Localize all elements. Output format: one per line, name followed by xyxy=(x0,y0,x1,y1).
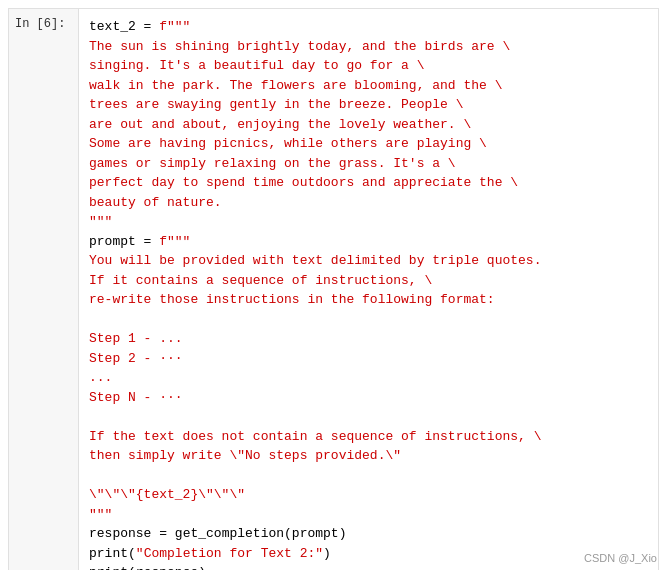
code-line: then simply write \"No steps provided.\" xyxy=(89,446,648,466)
code-line: Step N - ··· xyxy=(89,388,648,408)
code-line: """ xyxy=(89,505,648,525)
code-line: Step 2 - ··· xyxy=(89,349,648,369)
code-line: print(response) xyxy=(89,563,648,570)
code-line: trees are swaying gently in the breeze. … xyxy=(89,95,648,115)
code-line xyxy=(89,407,648,427)
code-line: ... xyxy=(89,368,648,388)
code-line: Step 1 - ... xyxy=(89,329,648,349)
code-line: If the text does not contain a sequence … xyxy=(89,427,648,447)
watermark: CSDN @J_Xio xyxy=(584,552,657,564)
code-line: beauty of nature. xyxy=(89,193,648,213)
code-line: text_2 = f""" xyxy=(89,17,648,37)
code-line xyxy=(89,466,648,486)
code-line: games or simply relaxing on the grass. I… xyxy=(89,154,648,174)
cell-code[interactable]: text_2 = f""" The sun is shining brightl… xyxy=(79,9,658,570)
code-line xyxy=(89,310,648,330)
code-line: walk in the park. The flowers are bloomi… xyxy=(89,76,648,96)
code-line: \"\"\"{text_2}\"\"\" xyxy=(89,485,648,505)
code-line: print("Completion for Text 2:") xyxy=(89,544,648,564)
cell-input: In [6]: text_2 = f""" The sun is shining… xyxy=(9,9,658,570)
notebook-cell: In [6]: text_2 = f""" The sun is shining… xyxy=(8,8,659,570)
code-line: singing. It's a beautiful day to go for … xyxy=(89,56,648,76)
cell-label: In [6]: xyxy=(9,9,79,570)
code-line: re-write those instructions in the follo… xyxy=(89,290,648,310)
code-line: response = get_completion(prompt) xyxy=(89,524,648,544)
code-line: are out and about, enjoying the lovely w… xyxy=(89,115,648,135)
code-line: If it contains a sequence of instruction… xyxy=(89,271,648,291)
code-line: perfect day to spend time outdoors and a… xyxy=(89,173,648,193)
code-line: You will be provided with text delimited… xyxy=(89,251,648,271)
code-line: """ xyxy=(89,212,648,232)
code-line: prompt = f""" xyxy=(89,232,648,252)
code-line: Some are having picnics, while others ar… xyxy=(89,134,648,154)
code-line: The sun is shining brightly today, and t… xyxy=(89,37,648,57)
